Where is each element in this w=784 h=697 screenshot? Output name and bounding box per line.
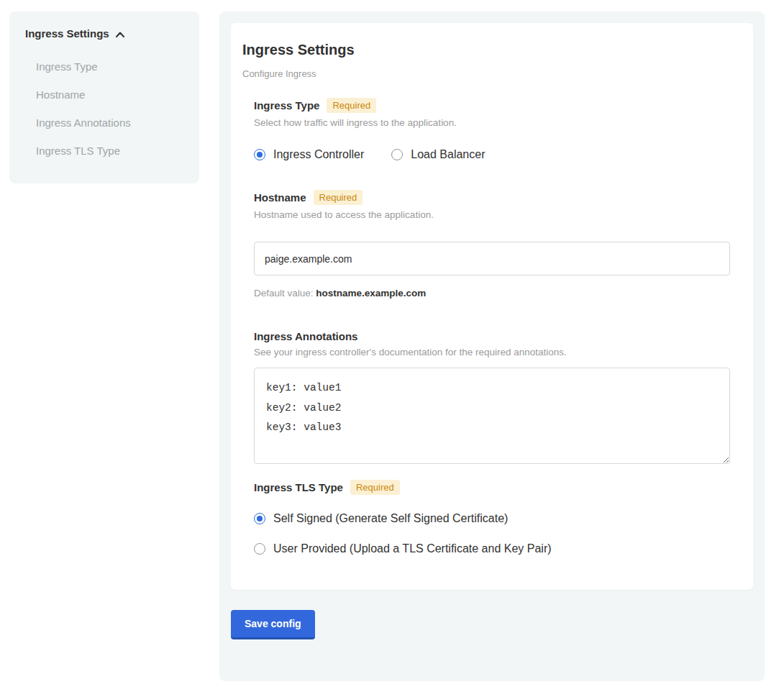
required-badge: Required (327, 98, 376, 113)
hostname-label: Hostname (254, 191, 306, 204)
annotations-help: See your ingress controller's documentat… (254, 347, 730, 357)
config-sidebar: Ingress Settings Ingress Type Hostname I… (9, 12, 199, 183)
radio-option-self-signed[interactable]: Self Signed (Generate Self Signed Certif… (254, 512, 730, 525)
card-title: Ingress Settings (242, 42, 742, 58)
save-config-button[interactable]: Save config (231, 610, 315, 639)
hostname-help: Hostname used to access the application. (254, 209, 730, 220)
default-value: hostname.example.com (316, 288, 426, 299)
ingress-type-help: Select how traffic will ingress to the a… (254, 117, 730, 128)
radio-option-ingress-controller[interactable]: Ingress Controller (254, 148, 364, 161)
hostname-input[interactable] (254, 242, 730, 275)
ingress-type-label: Ingress Type (254, 99, 319, 111)
annotations-label: Ingress Annotations (254, 330, 357, 342)
radio-option-user-provided[interactable]: User Provided (Upload a TLS Certificate … (254, 542, 730, 555)
sidebar-group-label: Ingress Settings (25, 27, 109, 40)
card-subtitle: Configure Ingress (242, 68, 742, 79)
section-ingress-annotations: Ingress Annotations See your ingress con… (254, 330, 730, 467)
radio-button-user-provided[interactable] (254, 543, 265, 555)
config-main-panel: Ingress Settings Configure Ingress Ingre… (219, 12, 765, 681)
radio-button-self-signed[interactable] (254, 513, 265, 524)
radio-label: User Provided (Upload a TLS Certificate … (273, 542, 552, 555)
hostname-default-line: Default value: hostname.example.com (254, 288, 730, 299)
radio-option-load-balancer[interactable]: Load Balancer (391, 148, 485, 161)
required-badge: Required (314, 190, 363, 205)
ingress-settings-card: Ingress Settings Configure Ingress Ingre… (231, 23, 753, 590)
required-badge: Required (350, 480, 400, 495)
default-value-label: Default value: (254, 288, 316, 299)
tls-type-label: Ingress TLS Type (254, 481, 343, 493)
radio-button-ingress-controller[interactable] (254, 149, 265, 160)
chevron-up-icon (115, 31, 125, 38)
sidebar-item-ingress-annotations[interactable]: Ingress Annotations (25, 109, 185, 137)
radio-label: Load Balancer (411, 148, 485, 161)
sidebar-group-ingress-settings[interactable]: Ingress Settings (25, 27, 185, 40)
radio-label: Self Signed (Generate Self Signed Certif… (273, 512, 508, 525)
sidebar-item-ingress-type[interactable]: Ingress Type (25, 53, 185, 81)
section-hostname: Hostname Required Hostname used to acces… (254, 190, 730, 299)
annotations-textarea[interactable]: key1: value1 key2: value2 key3: value3 (254, 368, 730, 464)
sidebar-item-ingress-tls-type[interactable]: Ingress TLS Type (25, 137, 185, 165)
sidebar-item-hostname[interactable]: Hostname (25, 81, 185, 109)
radio-label: Ingress Controller (273, 148, 364, 161)
section-ingress-tls-type: Ingress TLS Type Required Self Signed (G… (254, 480, 730, 555)
section-ingress-type: Ingress Type Required Select how traffic… (254, 98, 730, 161)
radio-button-load-balancer[interactable] (391, 149, 403, 160)
